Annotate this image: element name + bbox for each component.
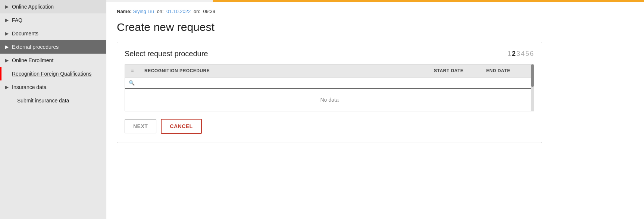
col-end: END DATE bbox=[482, 64, 534, 77]
step-indicator: 123456 bbox=[507, 50, 534, 58]
time-value: 09:39 bbox=[203, 9, 215, 14]
sidebar-item-documents[interactable]: ▶Documents bbox=[0, 27, 106, 40]
button-row: NEXT CANCEL bbox=[125, 119, 534, 134]
chevron-icon: ▶ bbox=[5, 18, 10, 23]
search-icon: 🔍 bbox=[129, 80, 135, 86]
on-label1: on: bbox=[157, 9, 163, 14]
sidebar-item-label: External procedures bbox=[12, 44, 59, 50]
col-procedure: RECOGNITION PROCEDURE bbox=[140, 64, 429, 77]
meta-line: Name: Siying Liu on: 01.10.2022 on: 09:3… bbox=[117, 9, 634, 14]
col-start: START DATE bbox=[429, 64, 482, 77]
procedure-table: ≡ RECOGNITION PROCEDURE START DATE END D… bbox=[125, 64, 534, 111]
next-button[interactable]: NEXT bbox=[125, 119, 156, 133]
on-label2: on: bbox=[194, 9, 200, 14]
table-header: ≡ RECOGNITION PROCEDURE START DATE END D… bbox=[125, 64, 534, 77]
date-value: 01.10.2022 bbox=[166, 9, 191, 14]
table-body: 🔍 No data bbox=[125, 77, 534, 111]
chevron-icon: ▶ bbox=[5, 44, 10, 50]
sidebar-item-label: Insurance data bbox=[12, 84, 47, 90]
search-row[interactable]: 🔍 bbox=[125, 77, 534, 89]
chevron-icon: ▶ bbox=[5, 58, 10, 63]
sidebar-item-online-application[interactable]: ▶Online Application bbox=[0, 0, 106, 13]
search-input[interactable] bbox=[137, 80, 530, 86]
sidebar-item-insurance-data[interactable]: ▶Insurance data bbox=[0, 80, 106, 94]
sidebar-item-label: FAQ bbox=[12, 17, 22, 23]
sidebar-item-online-enrollment[interactable]: ▶Online Enrollment bbox=[0, 54, 106, 67]
chevron-icon: ▶ bbox=[5, 31, 10, 36]
sidebar-item-label: Online Enrollment bbox=[12, 57, 53, 63]
step-1: 1 bbox=[507, 50, 512, 57]
sidebar-item-external-procedures[interactable]: ▶External procedures bbox=[0, 40, 106, 54]
sidebar-item-submit-insurance[interactable]: Submit insurance data bbox=[0, 94, 106, 107]
request-card: Select request procedure 123456 ≡ RECOGN… bbox=[117, 42, 542, 143]
name-value: Siying Liu bbox=[133, 9, 154, 14]
chevron-icon: ▶ bbox=[5, 85, 10, 90]
page-title: Create new request bbox=[117, 21, 634, 34]
name-label: Name: bbox=[117, 9, 132, 14]
sidebar-item-recognition-foreign[interactable]: Recognition Foreign Qualifications bbox=[0, 67, 106, 80]
col-icon: ≡ bbox=[125, 64, 140, 77]
sidebar-item-label: Recognition Foreign Qualifications bbox=[12, 71, 91, 77]
step-3: 3 bbox=[516, 50, 521, 57]
chevron-icon: ▶ bbox=[5, 4, 10, 9]
table-scrollbar-thumb bbox=[531, 64, 534, 87]
no-data-message: No data bbox=[125, 89, 534, 111]
sidebar-item-label: Submit insurance data bbox=[17, 98, 69, 104]
step-4: 4 bbox=[521, 50, 525, 57]
step-5: 5 bbox=[525, 50, 530, 57]
step-6: 6 bbox=[530, 50, 534, 57]
main-content: Name: Siying Liu on: 01.10.2022 on: 09:3… bbox=[106, 2, 644, 219]
cancel-button[interactable]: CANCEL bbox=[161, 119, 201, 134]
table-scrollbar[interactable] bbox=[531, 64, 534, 111]
sidebar-item-label: Documents bbox=[12, 31, 38, 36]
card-header: Select request procedure 123456 bbox=[125, 50, 534, 58]
sidebar: ▶Online Application▶FAQ▶Documents▶Extern… bbox=[0, 0, 106, 219]
sidebar-item-faq[interactable]: ▶FAQ bbox=[0, 13, 106, 27]
step-2-current: 2 bbox=[512, 50, 516, 57]
sidebar-item-label: Online Application bbox=[12, 4, 54, 10]
card-title: Select request procedure bbox=[125, 50, 208, 58]
